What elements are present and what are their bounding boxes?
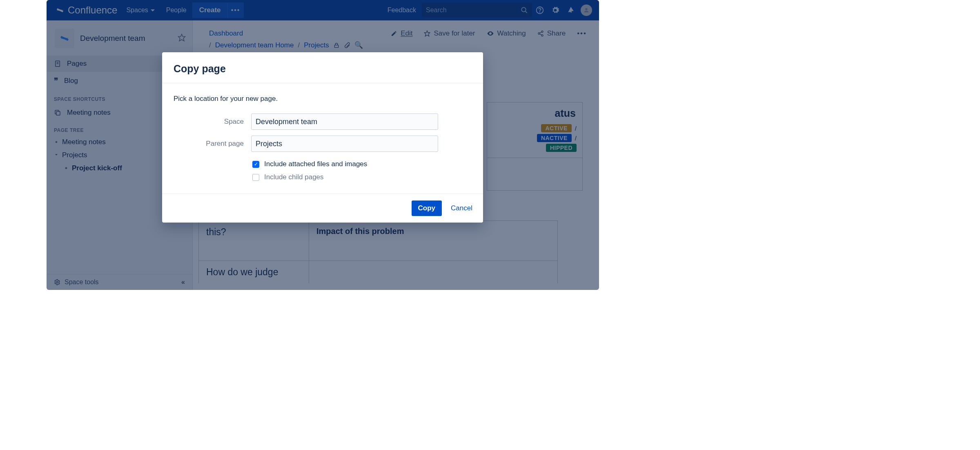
- copy-button[interactable]: Copy: [412, 200, 442, 216]
- parent-field-label: Parent page: [174, 140, 251, 148]
- include-children-checkbox-row[interactable]: Include child pages: [252, 171, 472, 184]
- checkbox-checked-icon: ✓: [252, 161, 259, 168]
- parent-page-input[interactable]: [251, 136, 438, 152]
- include-files-label: Include attached files and images: [264, 160, 367, 168]
- dialog-title: Copy page: [162, 52, 483, 83]
- copy-page-dialog: Copy page Pick a location for your new p…: [162, 52, 483, 223]
- cancel-button[interactable]: Cancel: [451, 204, 472, 212]
- include-files-checkbox-row[interactable]: ✓ Include attached files and images: [252, 158, 472, 171]
- space-input[interactable]: [251, 114, 438, 130]
- dialog-description: Pick a location for your new page.: [174, 95, 472, 103]
- checkbox-unchecked-icon: [252, 174, 259, 181]
- include-children-label: Include child pages: [264, 173, 324, 181]
- space-field-label: Space: [174, 118, 251, 126]
